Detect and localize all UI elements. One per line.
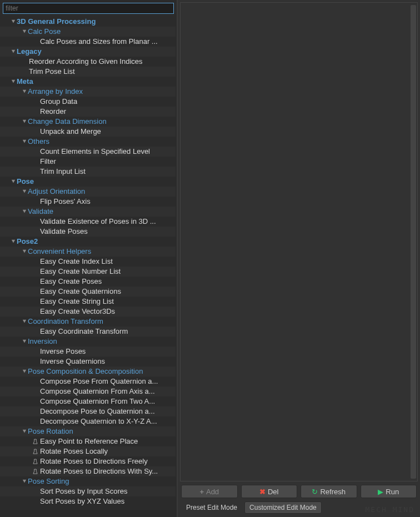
expand-arrow-icon[interactable]: [10, 18, 17, 25]
play-icon: ▶: [378, 488, 383, 496]
expand-arrow-icon[interactable]: [21, 138, 28, 145]
leaf-label: Rotate Poses to Directions With Sy...: [40, 466, 158, 476]
leaf-icon: [32, 299, 38, 304]
tree-item-inverse-poses[interactable]: Inverse Poses: [0, 347, 176, 357]
tree-item-rotate-poses-to-directions-freely[interactable]: Rotate Poses to Directions Freely: [0, 456, 176, 466]
tree-category-pose-sorting[interactable]: Pose Sorting: [0, 476, 176, 486]
tree-category-change-data-dimension[interactable]: Change Data Dimension: [0, 117, 176, 127]
tree-category-pose[interactable]: Pose: [0, 177, 176, 187]
tree-category-coordination-transform[interactable]: Coordination Transform: [0, 317, 176, 327]
tree-item-validate-existence-of-poses-in-3d[interactable]: Validate Existence of Poses in 3D ...: [0, 217, 176, 227]
add-button[interactable]: + Add: [181, 485, 238, 498]
tree-category-convenient-helpers[interactable]: Convenient Helpers: [0, 247, 176, 257]
tree-item-rotate-poses-locally[interactable]: Rotate Poses Locally: [0, 446, 176, 456]
tree-category-arrange-by-index[interactable]: Arrange by Index: [0, 87, 176, 97]
tree-category-3d-general-processing[interactable]: 3D General Processing: [0, 17, 176, 27]
expand-arrow-icon[interactable]: [21, 188, 28, 195]
run-button[interactable]: ▶ Run: [361, 485, 417, 498]
tree-item-count-elements-in-specified-level[interactable]: Count Elements in Specified Level: [0, 147, 176, 157]
expand-arrow-icon[interactable]: [21, 248, 28, 255]
tree-item-easy-create-vector3ds[interactable]: Easy Create Vector3Ds: [0, 307, 176, 317]
tree-item-rotate-poses-to-directions-with-sy[interactable]: Rotate Poses to Directions With Sy...: [0, 466, 176, 476]
tree-item-compose-pose-from-quaternion-a[interactable]: Compose Pose From Quaternion a...: [0, 377, 176, 387]
category-label: Pose Sorting: [28, 476, 69, 486]
tree-item-easy-create-quaternions[interactable]: Easy Create Quaternions: [0, 287, 176, 297]
tree-category-legacy[interactable]: Legacy: [0, 47, 176, 57]
tree-item-inverse-quaternions[interactable]: Inverse Quaternions: [0, 357, 176, 367]
tree-item-trim-input-list[interactable]: Trim Input List: [0, 167, 176, 177]
category-label: Arrange by Index: [28, 87, 83, 97]
tree-item-calc-poses-and-sizes-from-planar[interactable]: Calc Poses and Sizes from Planar ...: [0, 37, 176, 47]
tree-item-filter[interactable]: Filter: [0, 157, 176, 167]
tree-item-compose-quaternion-from-axis-a[interactable]: Compose Quaternion From Axis a...: [0, 387, 176, 396]
tree-category-pose-rotation[interactable]: Pose Rotation: [0, 426, 176, 436]
tree-item-compose-quaternion-from-two-a[interactable]: Compose Quaternion From Two A...: [0, 396, 176, 406]
tree-category-pose-composition-decomposition[interactable]: Pose Composition & Decomposition: [0, 367, 176, 377]
expand-arrow-icon[interactable]: [10, 78, 17, 85]
flask-icon: [32, 459, 38, 464]
expand-arrow-icon[interactable]: [21, 88, 28, 95]
tree-category-pose2[interactable]: Pose2: [0, 237, 176, 247]
tree-category-inversion[interactable]: Inversion: [0, 337, 176, 347]
tree-item-easy-create-poses[interactable]: Easy Create Poses: [0, 277, 176, 287]
expand-arrow-icon[interactable]: [21, 28, 28, 35]
tree-category-meta[interactable]: Meta: [0, 77, 176, 87]
leaf-label: Trim Pose List: [29, 67, 75, 77]
tree-item-reorder-according-to-given-indices[interactable]: Reorder According to Given Indices: [0, 57, 176, 67]
tree-item-easy-create-string-list[interactable]: Easy Create String List: [0, 297, 176, 307]
tree-item-reorder[interactable]: Reorder: [0, 107, 176, 117]
expand-arrow-icon[interactable]: [10, 178, 17, 185]
expand-arrow-icon[interactable]: [21, 318, 28, 325]
leaf-icon: [32, 109, 38, 114]
category-label: Change Data Dimension: [28, 117, 107, 127]
expand-arrow-icon[interactable]: [21, 208, 28, 215]
refresh-button[interactable]: ↻ Refresh: [301, 485, 357, 498]
tree-item-flip-poses-axis[interactable]: Flip Poses' Axis: [0, 197, 176, 207]
tab-customized-edit-mode[interactable]: Customized Edit Mode: [244, 501, 322, 514]
tree-item-easy-create-number-list[interactable]: Easy Create Number List: [0, 267, 176, 277]
leaf-label: Calc Poses and Sizes from Planar ...: [40, 37, 158, 47]
node-tree[interactable]: 3D General ProcessingCalc PoseCalc Poses…: [0, 17, 177, 517]
leaf-icon: [32, 359, 38, 364]
tree-item-sort-poses-by-xyz-values[interactable]: Sort Poses by XYZ Values: [0, 496, 176, 506]
expand-arrow-icon[interactable]: [21, 428, 28, 435]
expand-arrow-icon[interactable]: [10, 238, 17, 245]
tree-item-easy-create-index-list[interactable]: Easy Create Index List: [0, 257, 176, 267]
tab-preset-edit-mode[interactable]: Preset Edit Mode: [181, 501, 242, 514]
filter-input[interactable]: [3, 3, 174, 14]
del-button[interactable]: ✖ Del: [241, 485, 298, 498]
tree-item-decompose-quaternion-to-x-y-z-a[interactable]: Decompose Quaternion to X-Y-Z A...: [0, 416, 176, 426]
tree-category-others[interactable]: Others: [0, 137, 176, 147]
leaf-icon: [32, 39, 38, 44]
category-label: Pose Composition & Decomposition: [28, 367, 143, 377]
expand-arrow-icon[interactable]: [21, 338, 28, 345]
tree-item-group-data[interactable]: Group Data: [0, 97, 176, 107]
expand-arrow-icon[interactable]: [10, 48, 17, 55]
tree-item-trim-pose-list[interactable]: Trim Pose List: [0, 67, 176, 77]
tree-category-adjust-orientation[interactable]: Adjust Orientation: [0, 187, 176, 197]
category-label: 3D General Processing: [17, 17, 96, 27]
category-label: Legacy: [17, 47, 42, 57]
refresh-button-label: Refresh: [320, 488, 346, 496]
canvas-scrollbar[interactable]: [411, 5, 416, 479]
tree-category-validate[interactable]: Validate: [0, 207, 176, 217]
tree-item-easy-coordinate-transform[interactable]: Easy Coordinate Transform: [0, 327, 176, 337]
leaf-label: Sort Poses by XYZ Values: [40, 496, 124, 506]
leaf-icon: [32, 199, 38, 204]
graph-canvas[interactable]: [180, 2, 418, 481]
tree-item-easy-point-to-reference-place[interactable]: Easy Point to Reference Place: [0, 436, 176, 446]
leaf-label: Reorder: [40, 107, 66, 117]
tree-item-unpack-and-merge[interactable]: Unpack and Merge: [0, 127, 176, 137]
tree-item-validate-poses[interactable]: Validate Poses: [0, 227, 176, 237]
leaf-icon: [32, 169, 38, 174]
tree-item-sort-poses-by-input-scores[interactable]: Sort Poses by Input Scores: [0, 486, 176, 496]
expand-arrow-icon[interactable]: [21, 368, 28, 375]
tree-item-decompose-pose-to-quaternion-a[interactable]: Decompose Pose to Quaternion a...: [0, 406, 176, 416]
flask-icon: [32, 469, 38, 474]
expand-arrow-icon[interactable]: [21, 478, 28, 485]
leaf-icon: [32, 149, 38, 154]
leaf-label: Easy Create Poses: [40, 277, 102, 287]
tree-category-calc-pose[interactable]: Calc Pose: [0, 27, 176, 37]
expand-arrow-icon[interactable]: [21, 118, 28, 125]
leaf-icon: [32, 229, 38, 234]
